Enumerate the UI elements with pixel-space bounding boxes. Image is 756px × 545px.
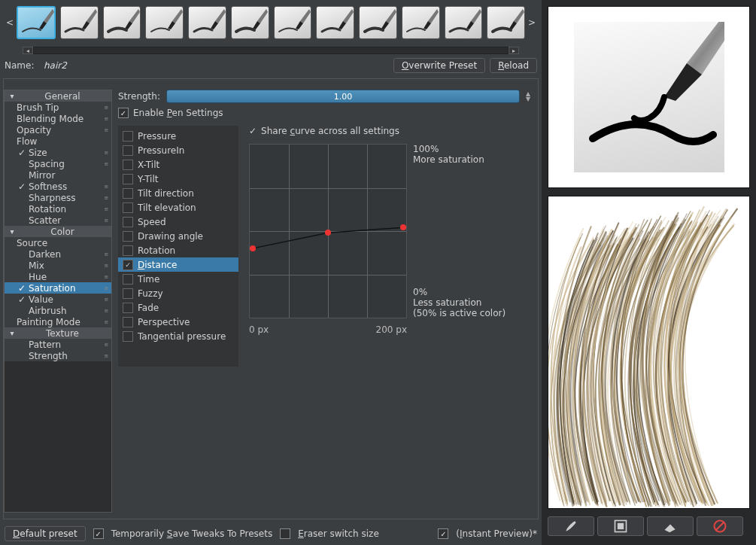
overwrite-preset-button[interactable]: OOverwrite Presetverwrite Preset — [393, 58, 485, 73]
tree-item[interactable]: ✓Size≡ — [5, 147, 111, 158]
svg-marker-15 — [339, 21, 346, 29]
strength-label: Strength: — [118, 91, 160, 102]
scroll-right-button[interactable]: ▸ — [509, 47, 519, 54]
tree-item[interactable]: Pattern≡ — [5, 339, 111, 350]
tree-item[interactable]: Scatter≡ — [5, 215, 111, 226]
curve-point[interactable] — [325, 230, 331, 236]
preset-next-button[interactable]: > — [525, 17, 539, 28]
svg-marker-5 — [125, 21, 132, 29]
preset-thumb[interactable] — [60, 6, 99, 39]
svg-marker-12 — [300, 9, 311, 23]
sensor-item[interactable]: Rotation — [118, 243, 238, 257]
svg-marker-24 — [687, 22, 724, 75]
tree-item[interactable]: Blending Mode≡ — [5, 113, 111, 124]
brush-preset-strip — [17, 6, 525, 39]
curve-top-sublabel: More saturation — [413, 154, 506, 165]
svg-marker-2 — [87, 9, 97, 23]
sensor-item[interactable]: Perspective — [118, 315, 238, 329]
preset-scrollbar[interactable] — [33, 47, 509, 54]
tree-item[interactable]: Source — [5, 237, 111, 248]
name-label: Name: — [5, 60, 36, 71]
svg-marker-20 — [471, 9, 481, 23]
scroll-left-button[interactable]: ◂ — [23, 47, 33, 54]
preset-thumb[interactable] — [17, 6, 56, 39]
tree-item[interactable]: ✓Value≡ — [5, 294, 111, 305]
share-curve-checkbox[interactable]: ✓ — [249, 126, 257, 136]
tree-item[interactable]: Brush Tip≡ — [5, 102, 111, 113]
preset-thumb[interactable] — [188, 6, 226, 39]
tree-item[interactable]: Flow — [5, 135, 111, 147]
sensor-item[interactable]: Tilt elevation — [118, 200, 238, 215]
temp-save-label: Temporarily Save Tweaks To Presets — [111, 528, 272, 539]
svg-marker-3 — [82, 21, 90, 29]
curve-editor[interactable] — [249, 144, 407, 318]
temp-save-checkbox[interactable]: ✓ — [93, 528, 104, 539]
svg-marker-19 — [424, 21, 431, 29]
tree-item[interactable]: Sharpness≡ — [5, 192, 111, 203]
tree-item[interactable]: Rotation≡ — [5, 203, 111, 215]
eraser-switch-label: Eraser switch size — [298, 528, 379, 539]
sensor-item[interactable]: Time — [118, 272, 238, 286]
scratchpad-brush-button[interactable] — [548, 516, 594, 536]
strength-spinner[interactable]: ▴▾ — [526, 91, 530, 102]
default-preset-button[interactable]: Default preset — [5, 526, 86, 541]
scratchpad[interactable] — [548, 196, 750, 509]
preset-thumb[interactable] — [487, 6, 525, 39]
svg-marker-17 — [381, 21, 389, 29]
scratchpad-clear-button[interactable] — [697, 516, 743, 536]
tree-item[interactable]: Mix≡ — [5, 260, 111, 271]
svg-marker-4 — [129, 9, 140, 23]
tree-section[interactable]: ▾Color — [5, 226, 111, 237]
instant-preview-label: (Instant Preview)* — [456, 528, 537, 539]
preset-thumb[interactable] — [316, 6, 354, 39]
sensor-item[interactable]: Tilt direction — [118, 186, 238, 200]
curve-point[interactable] — [400, 224, 406, 230]
eraser-switch-checkbox[interactable] — [280, 528, 290, 539]
sensor-item[interactable]: Pressure — [118, 129, 238, 143]
tree-item[interactable]: Spacing≡ — [5, 158, 111, 169]
sensor-item[interactable]: X-Tilt — [118, 157, 238, 172]
sensor-item[interactable]: Fuzzy — [118, 286, 238, 300]
sensor-item[interactable]: ✓Distance — [118, 257, 238, 272]
sensor-item[interactable]: Tangential pressure — [118, 329, 238, 343]
tree-item[interactable]: ✓Softness≡ — [5, 181, 111, 192]
strength-slider[interactable]: 1.00 — [166, 90, 520, 103]
scratchpad-fill-button[interactable] — [597, 516, 644, 536]
reload-button[interactable]: Reload — [490, 58, 537, 73]
preset-thumb[interactable] — [145, 6, 184, 39]
tree-section[interactable]: ▾Texture — [5, 327, 111, 339]
tree-section[interactable]: ▾General — [5, 90, 111, 102]
tree-item[interactable]: Strength≡ — [5, 350, 111, 361]
preset-prev-button[interactable]: < — [3, 17, 17, 28]
preset-thumb[interactable] — [103, 6, 141, 39]
tree-item[interactable]: Mirror — [5, 169, 111, 181]
svg-marker-21 — [466, 21, 474, 29]
share-curve-label: Share curve across all settings — [261, 126, 399, 136]
clear-icon — [712, 519, 727, 534]
sensor-item[interactable]: Y-Tilt — [118, 172, 238, 186]
preset-name-input[interactable] — [41, 58, 389, 73]
sensor-item[interactable]: Speed — [118, 215, 238, 229]
brush-icon — [563, 519, 578, 534]
scratchpad-gradient-button[interactable] — [647, 516, 694, 536]
preset-thumb[interactable] — [231, 6, 269, 39]
curve-bottom-sub1: Less saturation — [413, 297, 506, 308]
preset-thumb[interactable] — [445, 6, 483, 39]
sensor-item[interactable]: Fade — [118, 300, 238, 315]
svg-marker-14 — [343, 9, 354, 23]
preset-thumb[interactable] — [274, 6, 312, 39]
tree-item[interactable]: Hue≡ — [5, 271, 111, 282]
instant-preview-checkbox[interactable]: ✓ — [438, 528, 448, 539]
tree-item[interactable]: Darken≡ — [5, 248, 111, 260]
sensor-item[interactable]: Drawing angle — [118, 229, 238, 243]
svg-marker-23 — [509, 21, 517, 29]
tree-item[interactable]: ✓Saturation≡ — [5, 282, 111, 294]
tree-item[interactable]: Painting Mode≡ — [5, 316, 111, 327]
tree-item[interactable]: Airbrush≡ — [5, 305, 111, 316]
enable-pen-checkbox[interactable]: ✓ — [118, 108, 129, 118]
curve-point[interactable] — [250, 245, 256, 251]
preset-thumb[interactable] — [359, 6, 397, 39]
sensor-item[interactable]: PressureIn — [118, 143, 238, 157]
tree-item[interactable]: Opacity≡ — [5, 124, 111, 135]
preset-thumb[interactable] — [402, 6, 440, 39]
